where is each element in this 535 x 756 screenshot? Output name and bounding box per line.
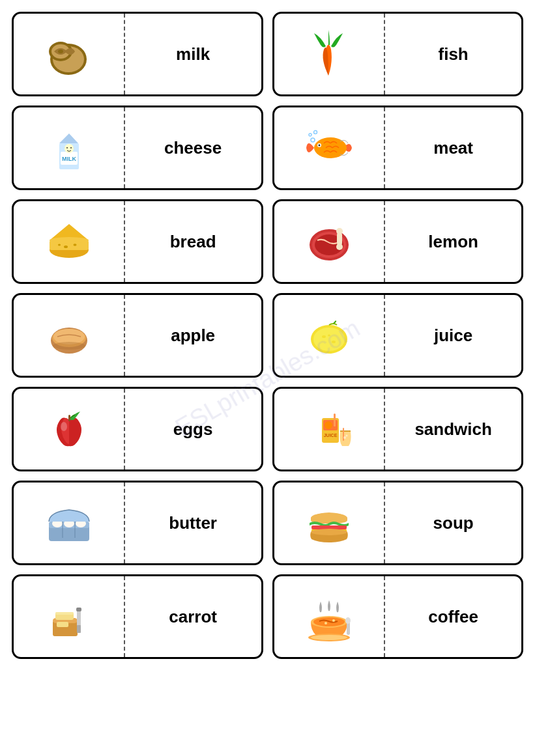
domino-sandwich: JUICE sandwich: [272, 387, 524, 471]
domino-fish-label: fish: [385, 14, 521, 94]
svg-point-14: [319, 144, 321, 146]
domino-butter-label: butter: [125, 483, 261, 563]
domino-fish: fish: [272, 12, 524, 96]
domino-grid: milk fish MILK: [12, 12, 523, 659]
butter-icon: [41, 589, 96, 645]
domino-juice-image: [274, 295, 386, 376]
apple-icon: [41, 402, 96, 457]
svg-rect-65: [77, 625, 81, 633]
svg-point-47: [343, 436, 346, 439]
svg-point-21: [50, 237, 89, 244]
svg-point-45: [325, 421, 332, 429]
domino-eggs-label: eggs: [125, 389, 261, 469]
domino-bread-image: [14, 201, 125, 282]
domino-lemon-image: [274, 201, 386, 282]
svg-point-10: [66, 147, 68, 148]
soup-bowl-icon: [301, 589, 356, 645]
domino-eggs-image: [14, 389, 125, 469]
domino-coffee-label: coffee: [385, 576, 521, 657]
svg-point-41: [61, 422, 67, 431]
svg-point-48: [346, 434, 348, 436]
domino-lemon-label: lemon: [385, 201, 521, 282]
milk-carton-icon: MILK: [41, 120, 96, 176]
domino-meat: meat: [272, 105, 524, 190]
svg-point-37: [322, 335, 326, 338]
svg-rect-44: [334, 413, 336, 427]
svg-point-36: [313, 328, 345, 351]
svg-point-23: [73, 244, 76, 246]
domino-milk-image: [14, 14, 125, 94]
egg-carton-icon: [41, 496, 96, 551]
svg-point-11: [70, 147, 72, 148]
domino-cheese-label: cheese: [125, 107, 261, 188]
bread-roll-icon: [41, 308, 96, 363]
domino-fish-image: [274, 14, 386, 94]
svg-rect-66: [76, 608, 81, 611]
domino-juice: juice: [272, 293, 524, 378]
svg-point-4: [58, 49, 63, 53]
svg-rect-63: [57, 622, 68, 627]
svg-rect-46: [343, 428, 344, 441]
svg-point-76: [345, 617, 351, 624]
svg-point-30: [336, 244, 343, 250]
svg-point-22: [64, 245, 68, 248]
svg-text:MILK: MILK: [62, 156, 76, 162]
svg-point-39: [328, 334, 330, 336]
svg-point-74: [311, 635, 347, 640]
domino-coffee-image: [274, 576, 386, 657]
juice-box-icon: JUICE: [301, 402, 356, 457]
svg-point-38: [332, 341, 336, 343]
domino-cheese-image: MILK: [14, 107, 125, 188]
domino-milk-label: milk: [125, 14, 261, 94]
domino-meat-label: meat: [385, 107, 521, 188]
domino-meat-image: [274, 107, 386, 188]
svg-point-71: [325, 622, 327, 624]
domino-butter: butter: [12, 481, 263, 565]
domino-lemon: lemon: [272, 199, 524, 284]
domino-sandwich-image: JUICE: [274, 389, 386, 469]
svg-point-24: [58, 244, 61, 245]
domino-eggs: eggs: [12, 387, 263, 471]
lemon-icon: [301, 308, 356, 363]
svg-marker-6: [59, 133, 78, 143]
walnut-icon: [41, 27, 96, 82]
domino-sandwich-label: sandwich: [385, 389, 521, 469]
domino-juice-label: juice: [385, 295, 521, 376]
fish-icon: [301, 120, 356, 176]
meat-icon: [301, 214, 356, 270]
svg-point-60: [311, 529, 347, 535]
domino-soup: soup: [272, 481, 524, 565]
domino-soup-image: [274, 483, 386, 563]
carrot-icon: [301, 27, 356, 82]
svg-point-34: [53, 342, 85, 350]
svg-point-16: [309, 133, 311, 136]
domino-apple-label: apple: [125, 295, 261, 376]
domino-apple: apple: [12, 293, 263, 378]
svg-point-29: [336, 228, 343, 234]
domino-soup-label: soup: [385, 483, 521, 563]
domino-carrot-image: [14, 576, 125, 657]
svg-point-17: [314, 130, 317, 133]
svg-rect-68: [55, 612, 74, 615]
cheese-wheel-icon: [41, 214, 96, 270]
svg-point-15: [311, 138, 315, 142]
domino-cheese: MILK cheese: [12, 105, 263, 190]
domino-milk: milk: [12, 12, 263, 96]
svg-text:JUICE: JUICE: [324, 433, 338, 438]
domino-carrot-label: carrot: [125, 576, 261, 657]
domino-coffee: coffee: [272, 574, 524, 659]
domino-bread-label: bread: [125, 201, 261, 282]
domino-bread: bread: [12, 199, 263, 284]
domino-butter-image: [14, 483, 125, 563]
domino-apple-image: [14, 295, 125, 376]
sandwich-icon: [301, 496, 356, 551]
svg-rect-40: [68, 415, 70, 421]
domino-carrot: carrot: [12, 574, 263, 659]
svg-point-72: [332, 619, 335, 622]
